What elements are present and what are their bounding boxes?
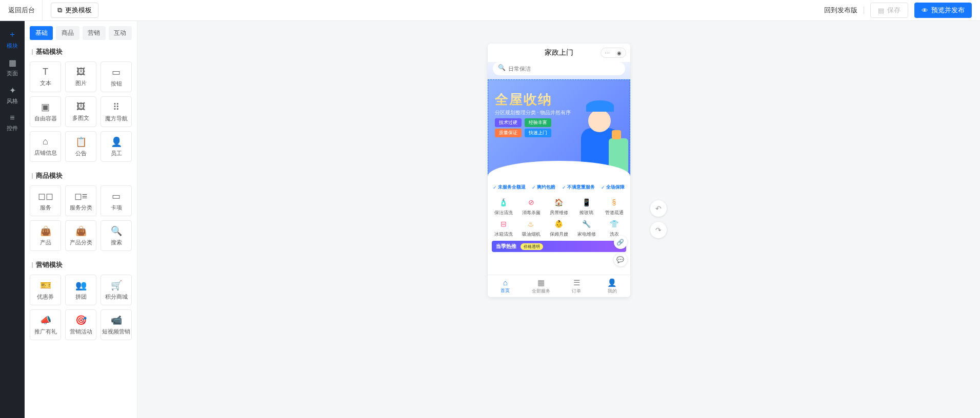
- service-item[interactable]: 📱擦玻璃: [574, 197, 599, 216]
- back-link[interactable]: 返回后台: [8, 0, 43, 20]
- module-basic-icon: 🖼: [76, 101, 86, 112]
- module-basic-icon: 🖼: [76, 67, 86, 77]
- service-label: 房屋维修: [550, 210, 568, 216]
- module-basic-card[interactable]: ▭按钮: [101, 61, 132, 92]
- module-basic-card[interactable]: ⌂店铺信息: [30, 131, 61, 162]
- tab-goods[interactable]: 商品: [56, 26, 79, 40]
- module-basic-card[interactable]: 👤员工: [101, 131, 132, 162]
- redo-button[interactable]: ↷: [650, 222, 667, 238]
- rail-style[interactable]: ✦ 风格: [0, 81, 25, 109]
- module-marketing-card[interactable]: 🎫优惠券: [30, 275, 61, 305]
- module-basic-card[interactable]: ⠿魔方导航: [101, 96, 132, 127]
- module-basic-card[interactable]: 📋公告: [65, 131, 96, 162]
- module-basic-icon: ▭: [112, 67, 121, 78]
- module-marketing-card[interactable]: 🛒积分商城: [101, 275, 132, 305]
- module-basic-card[interactable]: ▣自由容器: [30, 96, 61, 127]
- service-item[interactable]: ⊘消毒杀菌: [518, 197, 544, 216]
- module-goods-card[interactable]: 👜产品: [30, 220, 61, 251]
- service-item[interactable]: 🏠房屋维修: [546, 197, 572, 216]
- change-template-button[interactable]: ⧉ 更换模板: [51, 3, 98, 18]
- search-input[interactable]: [493, 62, 625, 75]
- top-header: 返回后台 ⧉ 更换模板 回到发布版 ▤ 保存 👁 预览并发布: [0, 0, 980, 21]
- service-label: 管道疏通: [605, 210, 624, 216]
- tab-label: 首页: [501, 287, 510, 294]
- tab-all-services[interactable]: ▦ 全部服务: [523, 275, 559, 297]
- phone-preview: 家政上门 ⋯ ◉ 🔍 全屋收纳 分区规划整理分类 · 物品井然有序 技术过硬 经…: [488, 44, 630, 297]
- module-basic-card[interactable]: T文本: [30, 61, 61, 92]
- service-icon: 📱: [581, 197, 592, 208]
- link-icon[interactable]: 🔗: [614, 236, 627, 249]
- module-label: 积分商城: [105, 293, 128, 301]
- module-tabs: 基础 商品 营销 互动: [30, 26, 132, 40]
- rail-module[interactable]: ＋ 模块: [0, 25, 25, 54]
- tab-mine[interactable]: 👤 我的: [594, 275, 630, 297]
- tab-basic[interactable]: 基础: [30, 26, 53, 40]
- module-marketing-icon: 🎯: [75, 315, 87, 326]
- service-item[interactable]: 🧴保洁清洗: [491, 197, 516, 216]
- service-label: 擦玻璃: [579, 210, 593, 216]
- service-icon: 👶: [553, 218, 565, 229]
- floating-actions: 🔗 💬: [614, 236, 627, 266]
- module-goods-card[interactable]: ◻≡服务分类: [65, 185, 96, 216]
- more-icon: ⋯: [605, 50, 610, 56]
- module-goods-card[interactable]: ◻◻服务: [30, 185, 61, 216]
- module-label: 多图文: [72, 114, 89, 122]
- tab-marketing[interactable]: 营销: [83, 26, 106, 40]
- tab-label: 我的: [608, 288, 617, 295]
- widget-icon: ≡: [0, 113, 25, 122]
- bottom-tabbar: ⌂ 首页 ▦ 全部服务 ☰ 订单 👤 我的: [488, 275, 630, 297]
- preview-publish-button[interactable]: 👁 预览并发布: [914, 3, 972, 18]
- save-button[interactable]: ▤ 保存: [870, 3, 908, 18]
- module-marketing-card[interactable]: 🎯营销活动: [65, 309, 96, 340]
- service-item[interactable]: 🔧家电维修: [574, 218, 599, 238]
- chat-icon[interactable]: 💬: [614, 253, 627, 266]
- service-item[interactable]: ♨吸油烟机: [518, 218, 544, 238]
- rail-label: 风格: [7, 98, 18, 104]
- wechat-capsule[interactable]: ⋯ ◉: [601, 48, 626, 58]
- service-item[interactable]: 👶保姆月嫂: [546, 218, 572, 238]
- module-goods-card[interactable]: ▭卡项: [101, 185, 132, 216]
- service-item[interactable]: ⊟冰箱清洗: [491, 218, 516, 238]
- module-label: 自由容器: [34, 115, 57, 122]
- module-label: 图片: [75, 79, 87, 87]
- rail-label: 控件: [7, 125, 18, 131]
- tab-orders[interactable]: ☰ 订单: [559, 275, 595, 297]
- undo-button[interactable]: ↶: [650, 200, 667, 217]
- guarantee-item: ✓ 未服务全额退: [493, 184, 526, 191]
- module-marketing-card[interactable]: 👥拼团: [65, 275, 96, 305]
- module-goods-card[interactable]: 🔍搜索: [101, 220, 132, 251]
- module-basic-icon: 👤: [111, 136, 122, 148]
- service-label: 保姆月嫂: [550, 231, 568, 238]
- module-goods-icon: ◻≡: [74, 191, 88, 202]
- tab-home[interactable]: ⌂ 首页: [488, 275, 524, 297]
- tab-interact[interactable]: 互动: [109, 26, 132, 40]
- service-icon: ⊘: [526, 197, 537, 208]
- module-label: 卡项: [111, 204, 122, 212]
- service-icon: 🧴: [498, 197, 509, 208]
- back-to-release-link[interactable]: 回到发布版: [824, 6, 857, 15]
- service-item[interactable]: 👕洗衣: [602, 218, 627, 238]
- tab-label: 订单: [572, 288, 581, 295]
- module-marketing-card[interactable]: 📹短视频营销: [101, 309, 132, 340]
- service-icon: 👕: [609, 218, 620, 229]
- promo-title: 当季热推: [496, 243, 516, 250]
- history-buttons: ↶ ↷: [650, 200, 667, 238]
- module-label: 短视频营销: [102, 328, 130, 336]
- module-marketing-card[interactable]: 📣推广有礼: [30, 309, 61, 340]
- module-panel: 基础 商品 营销 互动 基础模块 T文本🖼图片▭按钮▣自由容器🖼多图文⠿魔方导航…: [25, 21, 137, 418]
- promo-bar[interactable]: 当季热推 价格透明: [492, 241, 626, 252]
- search-icon: 🔍: [498, 64, 506, 71]
- guarantee-row: ✓ 未服务全额退 ✓ 爽约包赔 ✓ 不满意重服务 ✓ 全场保障: [488, 181, 630, 194]
- module-label: 搜索: [111, 239, 122, 246]
- publish-label: 预览并发布: [931, 6, 965, 15]
- hero-banner[interactable]: 全屋收纳 分区规划整理分类 · 物品井然有序 技术过硬 经验丰富 质量保证 快速…: [488, 79, 630, 181]
- module-basic-card[interactable]: 🖼多图文: [65, 96, 96, 127]
- rail-page[interactable]: ▦ 页面: [0, 54, 25, 81]
- rail-widget[interactable]: ≡ 控件: [0, 109, 25, 136]
- divider: [864, 7, 864, 14]
- module-goods-icon: ◻◻: [38, 191, 53, 202]
- module-basic-card[interactable]: 🖼图片: [65, 61, 96, 92]
- module-basic-icon: 📋: [75, 136, 87, 148]
- service-item[interactable]: §管道疏通: [602, 197, 627, 216]
- module-goods-card[interactable]: 👜产品分类: [65, 220, 96, 251]
